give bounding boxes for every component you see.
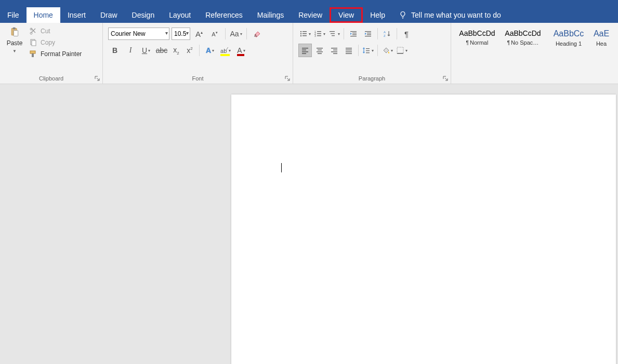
svg-rect-6	[32, 41, 36, 46]
tab-home[interactable]: Home	[27, 7, 60, 23]
tab-draw[interactable]: Draw	[93, 7, 125, 23]
tell-me-search[interactable]: Tell me what you want to do	[392, 11, 507, 19]
svg-rect-11	[303, 31, 307, 32]
tab-help[interactable]: Help	[363, 7, 392, 23]
svg-rect-35	[302, 48, 308, 49]
paragraph-dialog-launcher[interactable]	[442, 75, 449, 82]
shrink-font-button[interactable]: A▾	[208, 27, 221, 41]
multilevel-icon	[328, 30, 337, 38]
tab-file[interactable]: File	[0, 7, 27, 23]
svg-rect-25	[350, 31, 357, 32]
tab-insert[interactable]: Insert	[60, 7, 93, 23]
separator	[199, 45, 200, 56]
tab-layout[interactable]: Layout	[162, 7, 198, 23]
numbering-button[interactable]: 123▾	[313, 27, 326, 41]
ribbon: Paste ▼ Cut Copy Format Painter Clipboar…	[0, 23, 618, 84]
font-group-label: Font	[106, 74, 290, 83]
align-left-button[interactable]	[298, 44, 312, 57]
align-right-icon	[330, 46, 338, 55]
text-effects-button[interactable]: A▾	[203, 44, 217, 57]
outdent-icon	[349, 30, 358, 38]
decrease-indent-button[interactable]	[347, 27, 360, 41]
svg-rect-39	[317, 48, 323, 49]
strikethrough-button[interactable]: abc	[155, 44, 168, 57]
svg-rect-53	[366, 52, 370, 53]
paintbrush-icon	[29, 50, 37, 58]
shading-button[interactable]: ▾	[380, 44, 394, 57]
tab-mailings[interactable]: Mailings	[250, 7, 291, 23]
tab-design[interactable]: Design	[125, 7, 162, 23]
copy-label: Copy	[41, 39, 55, 46]
align-center-button[interactable]	[313, 44, 326, 57]
superscript-button[interactable]: x2	[184, 44, 195, 57]
sort-icon: AZ	[383, 30, 391, 38]
format-painter-button[interactable]: Format Painter	[29, 50, 82, 58]
subscript-button[interactable]: x2	[170, 44, 182, 57]
font-color-button[interactable]: A▾	[234, 44, 248, 57]
font-name-select[interactable]: Courier New▾	[108, 28, 169, 40]
copy-button[interactable]: Copy	[29, 38, 82, 47]
chevron-down-icon: ▾	[372, 48, 374, 53]
separator	[397, 28, 397, 39]
numbering-icon: 123	[314, 30, 322, 38]
window-titlebar	[0, 0, 618, 7]
svg-rect-15	[303, 35, 307, 36]
line-spacing-button[interactable]: ▾	[361, 44, 375, 57]
bullets-button[interactable]: ▾	[298, 27, 312, 41]
svg-rect-28	[350, 36, 357, 36]
copy-icon	[29, 38, 37, 47]
style-nospacing[interactable]: AaBbCcDd ¶No Spac…	[502, 29, 544, 83]
style-heading2[interactable]: AaE Hea	[594, 29, 609, 83]
font-color-icon: A	[237, 46, 242, 55]
justify-icon	[345, 46, 353, 55]
clear-formatting-button[interactable]: A	[251, 27, 264, 41]
borders-button[interactable]: ▾	[395, 44, 409, 57]
tab-review[interactable]: Review	[291, 7, 330, 23]
tab-references[interactable]: References	[198, 7, 250, 23]
text-cursor	[281, 163, 282, 172]
svg-rect-55	[397, 53, 403, 54]
paste-button[interactable]: Paste ▼	[3, 25, 26, 74]
paint-bucket-icon	[382, 46, 390, 55]
svg-rect-40	[318, 50, 322, 51]
separator	[377, 28, 378, 39]
show-paragraph-marks-button[interactable]: ¶	[400, 27, 413, 41]
change-case-button[interactable]: Aa▾	[229, 27, 243, 41]
shrink-font-icon: A▾	[212, 31, 217, 37]
svg-rect-46	[333, 53, 337, 55]
underline-button[interactable]: U▾	[139, 44, 153, 57]
svg-rect-51	[366, 48, 370, 49]
change-case-icon: Aa	[230, 30, 239, 38]
style-name-label: ¶Normal	[457, 39, 497, 46]
justify-button[interactable]	[342, 44, 356, 57]
align-right-button[interactable]	[327, 44, 341, 57]
italic-button[interactable]: I	[124, 44, 137, 57]
svg-rect-22	[330, 31, 335, 32]
grow-font-button[interactable]: A▴	[192, 27, 206, 41]
bold-button[interactable]: B	[108, 44, 122, 57]
svg-rect-21	[317, 35, 321, 36]
highlight-button[interactable]: ab∕▾	[219, 44, 232, 57]
increase-indent-button[interactable]	[361, 27, 375, 41]
style-heading1[interactable]: AaBbCc Heading 1	[548, 29, 589, 83]
cut-button[interactable]: Cut	[29, 27, 82, 35]
chevron-down-icon: ▾	[229, 48, 231, 53]
document-page[interactable]	[231, 95, 616, 364]
svg-rect-29	[365, 31, 371, 32]
paste-label: Paste	[7, 39, 23, 47]
eraser-icon: A	[253, 30, 261, 38]
clipboard-dialog-launcher[interactable]	[94, 75, 100, 82]
bullets-icon	[299, 30, 308, 38]
svg-rect-1	[14, 31, 18, 36]
document-area[interactable]	[0, 84, 618, 364]
font-size-value: 10.5	[174, 30, 186, 37]
style-normal[interactable]: AaBbCcDd ¶Normal	[456, 29, 498, 83]
multilevel-list-button[interactable]: ▾	[327, 27, 341, 41]
svg-text:A: A	[254, 33, 257, 38]
svg-text:3: 3	[314, 34, 316, 37]
sort-button[interactable]: AZ	[380, 27, 394, 41]
separator	[225, 28, 226, 39]
tab-view[interactable]: View	[330, 7, 363, 23]
font-dialog-launcher[interactable]	[284, 75, 291, 82]
font-size-select[interactable]: 10.5▾	[172, 28, 190, 40]
